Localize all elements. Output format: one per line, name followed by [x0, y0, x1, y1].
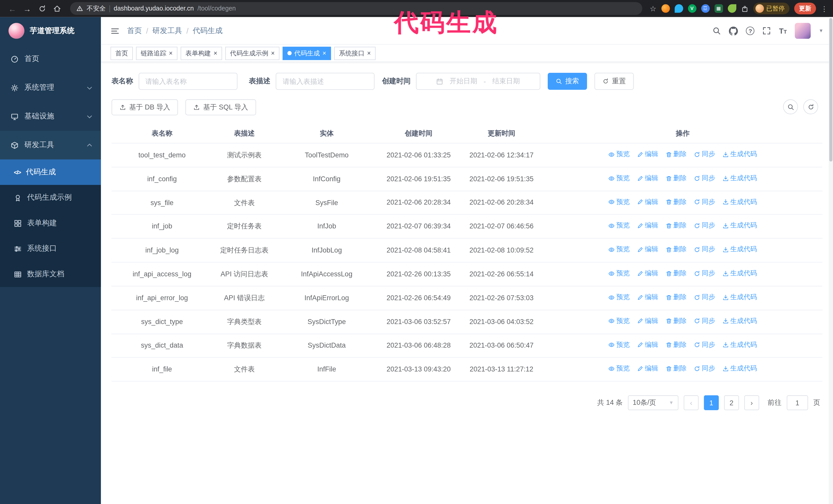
avatar-caret-icon[interactable]: ▼	[819, 28, 823, 33]
delete-link[interactable]: 删除	[665, 340, 687, 350]
tab[interactable]: 系统接口 ×	[334, 46, 376, 60]
delete-link[interactable]: 删除	[665, 221, 687, 231]
home-icon[interactable]	[50, 2, 64, 16]
tab-close-icon[interactable]: ×	[214, 50, 217, 56]
delete-link[interactable]: 删除	[665, 149, 687, 160]
edit-link[interactable]: 编辑	[637, 197, 658, 207]
import-sql-button[interactable]: 基于 SQL 导入	[186, 99, 256, 115]
extension-icon-sheet[interactable]: ▦	[714, 4, 723, 13]
preview-link[interactable]: 预览	[609, 340, 630, 350]
edit-link[interactable]: 编辑	[637, 149, 658, 160]
generate-code-link[interactable]: 生成代码	[722, 316, 757, 326]
delete-link[interactable]: 删除	[665, 292, 687, 303]
extension-icon-v[interactable]: V	[688, 4, 696, 13]
generate-code-link[interactable]: 生成代码	[722, 173, 757, 183]
sidebar-item-form-builder[interactable]: 表单构建	[0, 211, 101, 236]
sync-link[interactable]: 同步	[694, 149, 715, 160]
preview-link[interactable]: 预览	[609, 292, 630, 303]
github-icon[interactable]	[729, 26, 738, 35]
reset-button[interactable]: 重置	[594, 73, 634, 90]
delete-link[interactable]: 删除	[665, 245, 687, 255]
sidebar-item-devtools[interactable]: 研发工具	[0, 131, 101, 160]
extension-icon-leaf[interactable]	[728, 4, 736, 13]
update-button[interactable]: 更新	[794, 3, 816, 14]
generate-code-link[interactable]: 生成代码	[722, 221, 757, 231]
breadcrumb-home[interactable]: 首页	[127, 26, 142, 35]
refresh-table-button[interactable]	[803, 99, 818, 114]
sync-link[interactable]: 同步	[694, 221, 715, 231]
search-icon[interactable]	[713, 26, 721, 35]
edit-link[interactable]: 编辑	[637, 340, 658, 350]
generate-code-link[interactable]: 生成代码	[722, 245, 757, 255]
edit-link[interactable]: 编辑	[637, 221, 658, 231]
import-db-button[interactable]: 基于 DB 导入	[112, 99, 178, 115]
tab[interactable]: 首页	[111, 46, 133, 60]
sync-link[interactable]: 同步	[694, 364, 715, 374]
date-range-picker[interactable]: 开始日期 - 结束日期	[416, 73, 540, 90]
sync-link[interactable]: 同步	[694, 292, 715, 303]
hamburger-icon[interactable]	[111, 26, 119, 35]
edit-link[interactable]: 编辑	[637, 292, 658, 303]
edit-link[interactable]: 编辑	[637, 268, 658, 279]
edit-link[interactable]: 编辑	[637, 316, 658, 326]
extension-icon-people[interactable]: ☲	[701, 4, 710, 13]
edit-link[interactable]: 编辑	[637, 173, 658, 183]
sidebar-item-codegen[interactable]: </> 代码生成	[0, 160, 101, 185]
tab[interactable]: 代码生成 ×	[283, 46, 331, 60]
sync-link[interactable]: 同步	[694, 197, 715, 207]
sync-link[interactable]: 同步	[694, 340, 715, 350]
extension-icon-drop[interactable]	[674, 4, 683, 13]
generate-code-link[interactable]: 生成代码	[722, 340, 757, 350]
profile-paused-chip[interactable]: 已暂停	[753, 3, 789, 14]
help-icon[interactable]: ?	[746, 26, 755, 35]
sidebar-item-infra[interactable]: 基础设施	[0, 102, 101, 131]
sidebar-item-codegen-example[interactable]: 代码生成示例	[0, 185, 101, 210]
tab-close-icon[interactable]: ×	[323, 50, 326, 56]
goto-page-input[interactable]	[787, 395, 808, 410]
preview-link[interactable]: 预览	[609, 245, 630, 255]
sidebar-item-system[interactable]: 系统管理	[0, 73, 101, 102]
tab[interactable]: 代码生成示例 ×	[225, 46, 279, 60]
kebab-menu-icon[interactable]: ⋮	[821, 5, 828, 13]
generate-code-link[interactable]: 生成代码	[722, 268, 757, 279]
page-button[interactable]: 1	[704, 395, 719, 410]
tab-close-icon[interactable]: ×	[271, 50, 275, 56]
reload-icon[interactable]	[35, 2, 49, 16]
bookmark-star-icon[interactable]: ☆	[650, 4, 657, 13]
delete-link[interactable]: 删除	[665, 173, 687, 183]
generate-code-link[interactable]: 生成代码	[722, 292, 757, 303]
address-bar[interactable]: 不安全 dashboard.yudao.iocoder.cn/tool/code…	[70, 2, 642, 15]
table-desc-input[interactable]	[276, 73, 375, 90]
fullscreen-icon[interactable]	[763, 26, 771, 35]
tab[interactable]: 链路追踪 ×	[136, 46, 177, 60]
sync-link[interactable]: 同步	[694, 245, 715, 255]
preview-link[interactable]: 预览	[609, 173, 630, 183]
page-size-select[interactable]: 10条/页 ▼	[628, 395, 679, 410]
fontsize-icon[interactable]: TT	[779, 26, 787, 35]
preview-link[interactable]: 预览	[609, 197, 630, 207]
back-icon[interactable]: ←	[5, 2, 19, 16]
delete-link[interactable]: 删除	[665, 316, 687, 326]
sidebar-item-db-doc[interactable]: 数据库文档	[0, 262, 101, 287]
breadcrumb-devtools[interactable]: 研发工具	[152, 26, 182, 35]
sidebar-item-system-api[interactable]: 系统接口	[0, 236, 101, 261]
scrollbar-thumb[interactable]	[829, 18, 832, 162]
extension-icon-shield[interactable]	[661, 4, 669, 13]
user-avatar[interactable]	[795, 23, 811, 39]
page-button[interactable]: 2	[724, 395, 739, 410]
prev-page-button[interactable]: ‹	[684, 395, 699, 410]
generate-code-link[interactable]: 生成代码	[722, 197, 757, 207]
sync-link[interactable]: 同步	[694, 268, 715, 279]
preview-link[interactable]: 预览	[609, 316, 630, 326]
search-button[interactable]: 搜索	[548, 73, 587, 90]
table-name-input[interactable]	[138, 73, 237, 90]
preview-link[interactable]: 预览	[609, 221, 630, 231]
preview-link[interactable]: 预览	[609, 268, 630, 279]
toggle-search-button[interactable]	[783, 99, 798, 114]
tab-close-icon[interactable]: ×	[169, 50, 173, 56]
next-page-button[interactable]: ›	[744, 395, 759, 410]
generate-code-link[interactable]: 生成代码	[722, 364, 757, 374]
delete-link[interactable]: 删除	[665, 364, 687, 374]
sync-link[interactable]: 同步	[694, 316, 715, 326]
tab[interactable]: 表单构建 ×	[181, 46, 222, 60]
